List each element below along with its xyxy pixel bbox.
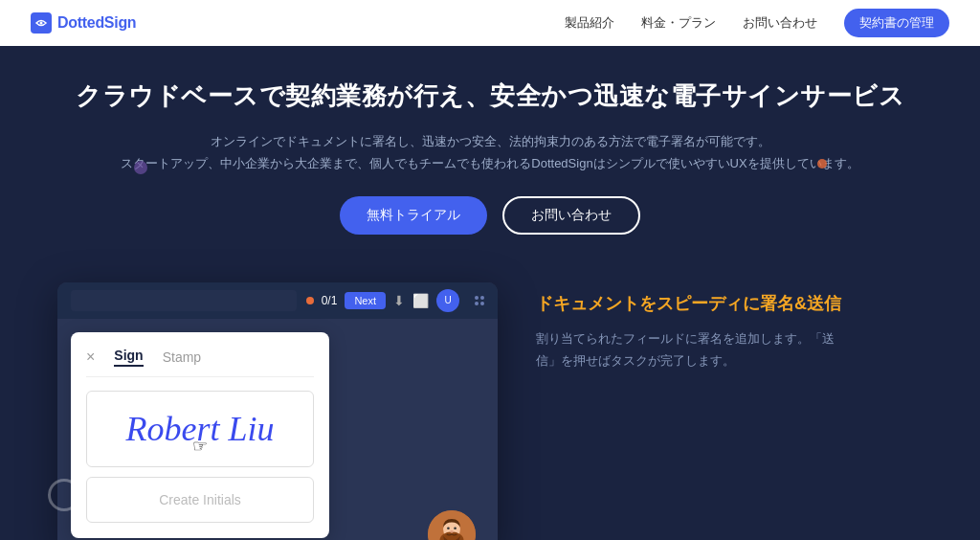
nav-contact[interactable]: お問い合わせ bbox=[743, 14, 817, 32]
hero-title: クラウドベースで契約業務が行え、安全かつ迅速な電子サインサービス bbox=[57, 80, 923, 113]
deco-circle-outline bbox=[48, 479, 80, 511]
svg-point-4 bbox=[447, 527, 450, 529]
download-icon[interactable]: ⬇ bbox=[393, 293, 405, 308]
nav-pricing[interactable]: 料金・プラン bbox=[641, 14, 716, 32]
grid-icon bbox=[475, 296, 484, 305]
manage-contracts-button[interactable]: 契約書の管理 bbox=[844, 9, 949, 37]
feature-description: 割り当てられたフィールドに署名を追加します。「送 信」を押せばタスクが完了します… bbox=[536, 327, 923, 372]
logo: DottedSign bbox=[31, 12, 136, 34]
sign-panel: × Sign Stamp Robert Liu ☞ Create Initial… bbox=[71, 332, 329, 538]
page-count: 0/1 bbox=[322, 294, 338, 307]
tab-stamp[interactable]: Stamp bbox=[163, 349, 201, 365]
tab-sign[interactable]: Sign bbox=[114, 348, 143, 367]
browser-status: 0/1 Next ⬇ ⬜ U bbox=[306, 289, 459, 312]
navbar: DottedSign 製品紹介 料金・プラン お問い合わせ 契約書の管理 bbox=[0, 0, 980, 46]
browser-window: 0/1 Next ⬇ ⬜ U × Sign Stamp bbox=[57, 282, 498, 540]
svg-point-5 bbox=[454, 527, 457, 529]
cursor-hand-icon: ☞ bbox=[192, 436, 208, 457]
main-content: 0/1 Next ⬇ ⬜ U × Sign Stamp bbox=[0, 282, 980, 540]
initials-field[interactable]: Create Initials bbox=[86, 477, 314, 523]
logo-text: DottedSign bbox=[57, 14, 136, 32]
nav-links: 製品紹介 料金・プラン お問い合わせ 契約書の管理 bbox=[565, 9, 949, 37]
svg-point-6 bbox=[450, 530, 454, 533]
hero-section: クラウドベースで契約業務が行え、安全かつ迅速な電子サインサービス オンラインでド… bbox=[0, 46, 980, 282]
panel-header: × Sign Stamp bbox=[86, 348, 314, 377]
signature-field[interactable]: Robert Liu ☞ bbox=[86, 391, 314, 467]
feature-content: ドキュメントをスピーディに署名&送信 割り当てられたフィールドに署名を追加します… bbox=[536, 282, 923, 372]
close-button[interactable]: × bbox=[86, 349, 95, 366]
feature-title: ドキュメントをスピーディに署名&送信 bbox=[536, 292, 923, 316]
status-dot bbox=[306, 297, 314, 304]
next-button[interactable]: Next bbox=[345, 292, 386, 309]
hero-subtitle: オンラインでドキュメントに署名し、迅速かつ安全、法的拘束力のある方法で電子署名が… bbox=[57, 130, 923, 175]
deco-circle-purple bbox=[134, 161, 147, 174]
user-avatar-small: U bbox=[436, 289, 459, 312]
user-avatar-bottom bbox=[425, 507, 479, 540]
hero-buttons: 無料トライアル お問い合わせ bbox=[57, 196, 923, 235]
browser-bar: 0/1 Next ⬇ ⬜ U bbox=[57, 282, 498, 319]
contact-button[interactable]: お問い合わせ bbox=[502, 196, 640, 235]
logo-icon bbox=[31, 12, 52, 34]
nav-product[interactable]: 製品紹介 bbox=[565, 14, 614, 32]
svg-point-0 bbox=[40, 22, 43, 25]
url-bar bbox=[71, 290, 297, 311]
monitor-icon[interactable]: ⬜ bbox=[412, 293, 429, 308]
deco-circle-orange bbox=[817, 159, 827, 169]
initials-label: Create Initials bbox=[159, 492, 241, 507]
trial-button[interactable]: 無料トライアル bbox=[340, 196, 487, 235]
browser-content: × Sign Stamp Robert Liu ☞ Create Initial… bbox=[57, 319, 498, 540]
